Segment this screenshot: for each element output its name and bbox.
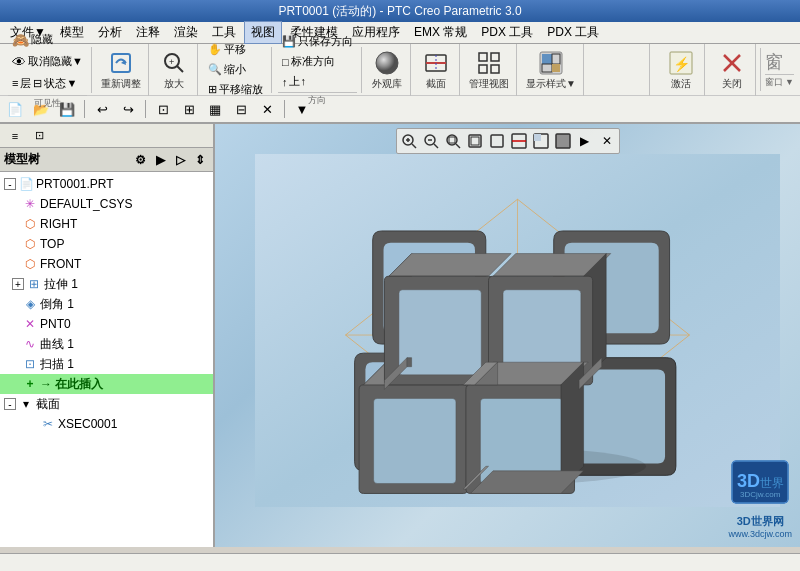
tree-item-extrude1[interactable]: + ⊞ 拉伸 1 xyxy=(0,274,213,294)
tree-item-insert[interactable]: + → 在此插入 xyxy=(0,374,213,394)
vp-zoom-in-btn[interactable] xyxy=(399,131,419,151)
tree-item-pnt0[interactable]: ✕ PNT0 xyxy=(0,314,213,334)
manage-view-icon xyxy=(475,49,503,77)
redo-btn[interactable]: ↪ xyxy=(117,98,139,120)
tree-item-sweep1[interactable]: ⊡ 扫描 1 xyxy=(0,354,213,374)
tree-more-btn[interactable]: ▷ xyxy=(171,151,189,169)
standard-view-btn[interactable]: □ 标准方向 xyxy=(278,52,357,71)
viewport[interactable]: ▶ ✕ xyxy=(215,124,800,547)
svg-text:世界: 世界 xyxy=(760,476,784,490)
tree-item-top[interactable]: ⬡ TOP xyxy=(0,234,213,254)
tree-item-prt0001[interactable]: - 📄 PRT0001.PRT xyxy=(0,174,213,194)
tree-item-front[interactable]: ⬡ FRONT xyxy=(0,254,213,274)
copy-btn[interactable]: ⊡ xyxy=(152,98,174,120)
menu-render[interactable]: 渲染 xyxy=(168,22,204,43)
tb2-close[interactable]: ✕ xyxy=(256,98,278,120)
section-btn[interactable]: 截面 xyxy=(417,46,455,94)
svg-text:3DCjw.com: 3DCjw.com xyxy=(740,490,781,499)
tree-settings-btn[interactable]: ⚙ xyxy=(131,151,149,169)
watermark-site: 3D世界网 xyxy=(737,514,784,529)
hide-btn[interactable]: 🙈 隐藏 xyxy=(8,30,87,50)
svg-line-24 xyxy=(412,144,416,148)
model-tree-content: - 📄 PRT0001.PRT ✳ DEFAULT_CSYS ⬡ RIGHT ⬡… xyxy=(0,172,213,547)
perspective-btn[interactable]: 外观库 xyxy=(368,46,406,94)
viewport-toolbar: ▶ ✕ xyxy=(396,128,620,154)
left-panel: ≡ ⊡ 模型树 ⚙ ▶ ▷ ⇕ - 📄 PRT0001.PRT ✳ xyxy=(0,124,215,547)
vp-section-view-btn[interactable] xyxy=(509,131,529,151)
svg-rect-32 xyxy=(449,137,455,143)
section-section: 截面 xyxy=(413,44,460,96)
menu-pdx2[interactable]: PDX 工具 xyxy=(541,22,605,43)
tree-item-csys[interactable]: ✳ DEFAULT_CSYS xyxy=(0,194,213,214)
vp-close-vp-btn[interactable]: ✕ xyxy=(597,131,617,151)
tree-arrows-btn[interactable]: ⇕ xyxy=(191,151,209,169)
expand-section[interactable]: - xyxy=(4,398,16,410)
menu-analysis[interactable]: 分析 xyxy=(92,22,128,43)
svg-rect-18 xyxy=(552,64,560,72)
display-style-section: 显示样式▼ xyxy=(519,44,584,96)
layer-status-btn[interactable]: ≡ 层 ⊟ 状态▼ xyxy=(8,74,87,93)
tb2-more2[interactable]: ⊟ xyxy=(230,98,252,120)
tb2-more1[interactable]: ▦ xyxy=(204,98,226,120)
magnify-section: + 放大 xyxy=(151,44,198,96)
refresh-btn[interactable]: 重新调整 xyxy=(98,46,144,94)
icon-extrude1: ⊞ xyxy=(26,276,42,292)
tree-item-section[interactable]: - ▾ 截面 xyxy=(0,394,213,414)
vp-display-btn[interactable] xyxy=(531,131,551,151)
model-tree-header: 模型树 ⚙ ▶ ▷ ⇕ xyxy=(0,148,213,172)
vp-zoom-out-btn[interactable] xyxy=(421,131,441,151)
svg-rect-13 xyxy=(491,65,499,73)
manage-view-section: 管理视图 xyxy=(462,44,517,96)
3d-model-svg xyxy=(255,154,780,507)
tree-item-right[interactable]: ⬡ RIGHT xyxy=(0,214,213,234)
vp-refit-btn[interactable] xyxy=(465,131,485,151)
zoom-out-btn[interactable]: 🔍 缩小 xyxy=(204,60,267,79)
magnify-btn[interactable]: + 放大 xyxy=(155,46,193,94)
magnify-icon: + xyxy=(160,49,188,77)
pan-btn[interactable]: ✋ 平移 xyxy=(204,40,267,59)
toolbar-area: 🙈 隐藏 👁 取消隐藏▼ ≡ 层 ⊟ 状态▼ 可见性 xyxy=(0,44,800,124)
vp-zoom-box-btn[interactable] xyxy=(443,131,463,151)
expand-prt0001[interactable]: - xyxy=(4,178,16,190)
svg-line-3 xyxy=(177,66,183,72)
up-btn[interactable]: ↑ 上↑ xyxy=(278,72,357,91)
manage-view-btn[interactable]: 管理视图 xyxy=(466,46,512,94)
icon-prt0001: 📄 xyxy=(18,176,34,192)
activate-btn[interactable]: ⚡ 激活 xyxy=(662,46,700,94)
main-area: ≡ ⊡ 模型树 ⚙ ▶ ▷ ⇕ - 📄 PRT0001.PRT ✳ xyxy=(0,124,800,547)
close-btn[interactable]: 关闭 xyxy=(713,46,751,94)
svg-text:+: + xyxy=(169,57,174,67)
menu-pdx1[interactable]: PDX 工具 xyxy=(475,22,539,43)
tree-expand-btn[interactable]: ▶ xyxy=(151,151,169,169)
cancel-hide-btn[interactable]: 👁 取消隐藏▼ xyxy=(8,52,87,72)
undo-btn[interactable]: ↩ xyxy=(91,98,113,120)
pan-zoom-btn[interactable]: ⊞ 平移缩放 xyxy=(204,80,267,99)
title-text: PRT0001 (活动的) - PTC Creo Parametric 3.0 xyxy=(278,3,521,20)
svg-rect-40 xyxy=(556,134,570,148)
icon-chamfer1: ◈ xyxy=(22,296,38,312)
menu-bar: 文件▼ 模型 分析 注释 渲染 工具 视图 柔性建模 应用程序 EMX 常规 P… xyxy=(0,22,800,44)
save-view-btn[interactable]: 💾 只保存方向 xyxy=(278,32,357,51)
menu-notes[interactable]: 注释 xyxy=(130,22,166,43)
vp-shading-btn[interactable] xyxy=(553,131,573,151)
direction-label: 方向 xyxy=(278,92,357,107)
display-style-btn[interactable]: 显示样式▼ xyxy=(523,46,579,94)
icon-xsec0001: ✂ xyxy=(40,416,56,432)
toolbar-row2: 📄 📂 💾 ↩ ↪ ⊡ ⊞ ▦ ⊟ ✕ ▼ xyxy=(0,96,800,122)
panel-icon-2[interactable]: ⊡ xyxy=(28,125,50,147)
perspective-icon xyxy=(373,49,401,77)
refresh-icon xyxy=(107,49,135,77)
svg-line-31 xyxy=(456,144,460,148)
tree-item-xsec0001[interactable]: ✂ XSEC0001 xyxy=(0,414,213,434)
vp-standard-btn[interactable] xyxy=(487,131,507,151)
paste-btn[interactable]: ⊞ xyxy=(178,98,200,120)
expand-extrude1[interactable]: + xyxy=(12,278,24,290)
svg-rect-15 xyxy=(542,54,552,64)
layer-btn[interactable]: ≡ xyxy=(4,125,26,147)
vp-play-btn[interactable]: ▶ xyxy=(575,131,595,151)
title-bar: PRT0001 (活动的) - PTC Creo Parametric 3.0 xyxy=(0,0,800,22)
icon-right: ⬡ xyxy=(22,216,38,232)
tree-item-chamfer1[interactable]: ◈ 倒角 1 xyxy=(0,294,213,314)
menu-emx[interactable]: EMX 常规 xyxy=(408,22,473,43)
tree-item-curve1[interactable]: ∿ 曲线 1 xyxy=(0,334,213,354)
